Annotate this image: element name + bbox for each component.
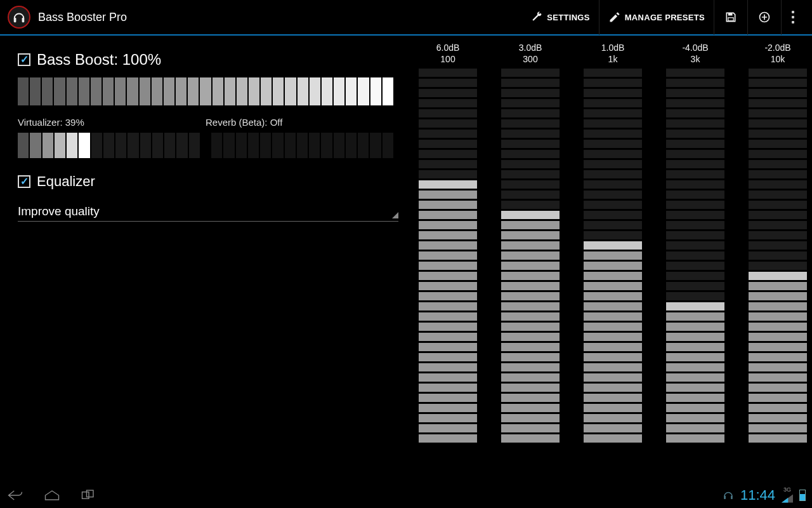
settings-button[interactable]: SETTINGS <box>521 0 598 35</box>
app-title: Bass Booster Pro <box>38 11 127 24</box>
svg-rect-3 <box>728 18 733 21</box>
virtualizer-label: Virtualizer: 39% <box>18 117 206 128</box>
eq-band-slider[interactable] <box>419 69 477 483</box>
equalizer-label: Equalizer <box>37 173 95 190</box>
save-icon <box>724 11 737 23</box>
reverb-label: Reverb (Beta): Off <box>206 117 393 128</box>
eq-band-label: -4.0dB3k <box>682 42 708 65</box>
eq-band-slider[interactable] <box>666 69 724 483</box>
bass-boost-checkbox[interactable] <box>18 53 30 66</box>
eq-band-slider[interactable] <box>501 69 560 483</box>
overflow-menu-button[interactable] <box>781 0 804 35</box>
manage-presets-button[interactable]: MANAGE PRESETS <box>599 0 714 35</box>
preset-select[interactable]: Improve quality <box>18 199 398 222</box>
virtualizer-slider[interactable] <box>18 133 200 158</box>
dropdown-triangle-icon <box>392 212 398 218</box>
manage-presets-label: MANAGE PRESETS <box>625 13 705 22</box>
back-nav-icon[interactable] <box>6 488 24 502</box>
signal-icon <box>782 493 793 504</box>
add-button[interactable] <box>747 0 781 35</box>
svg-rect-7 <box>724 496 726 499</box>
eq-band-300: 3.0dB300 <box>501 42 560 483</box>
svg-rect-8 <box>731 496 733 499</box>
equalizer-checkbox[interactable] <box>18 175 30 188</box>
svg-rect-0 <box>14 18 16 22</box>
headphones-status-icon <box>723 490 734 501</box>
eq-band-label: 3.0dB300 <box>519 42 542 65</box>
svg-rect-5 <box>82 492 89 499</box>
network-type: 3G <box>783 487 791 493</box>
settings-label: SETTINGS <box>547 13 589 22</box>
svg-rect-6 <box>87 490 94 497</box>
home-nav-icon[interactable] <box>43 488 61 502</box>
equalizer-toggle-row[interactable]: Equalizer <box>18 173 393 190</box>
eq-band-3k: -4.0dB3k <box>666 42 724 483</box>
bass-boost-toggle-row[interactable]: Bass Boost: 100% <box>18 51 393 69</box>
eq-band-label: 1.0dB1k <box>601 42 625 65</box>
eq-band-slider[interactable] <box>749 69 807 483</box>
battery-icon <box>799 490 806 501</box>
reverb-slider[interactable] <box>211 133 393 158</box>
plus-circle-icon <box>758 11 771 23</box>
eq-band-100: 6.0dB100 <box>419 42 477 483</box>
clock-text: 11:44 <box>740 487 775 504</box>
eq-band-10k: -2.0dB10k <box>749 42 807 483</box>
preset-value: Improve quality <box>18 204 100 218</box>
eq-band-1k: 1.0dB1k <box>584 42 642 483</box>
pencil-icon <box>608 11 621 23</box>
eq-band-label: -2.0dB10k <box>764 42 790 65</box>
app-icon <box>8 6 30 29</box>
eq-band-slider[interactable] <box>584 69 642 483</box>
svg-rect-1 <box>22 18 25 22</box>
bass-boost-slider[interactable] <box>18 77 393 105</box>
svg-rect-2 <box>728 13 733 15</box>
recent-apps-nav-icon[interactable] <box>80 488 98 502</box>
wrench-icon <box>530 11 543 23</box>
overflow-icon <box>792 11 794 23</box>
save-button[interactable] <box>714 0 747 35</box>
eq-band-label: 6.0dB100 <box>436 42 460 65</box>
bass-boost-label: Bass Boost: 100% <box>37 51 161 69</box>
